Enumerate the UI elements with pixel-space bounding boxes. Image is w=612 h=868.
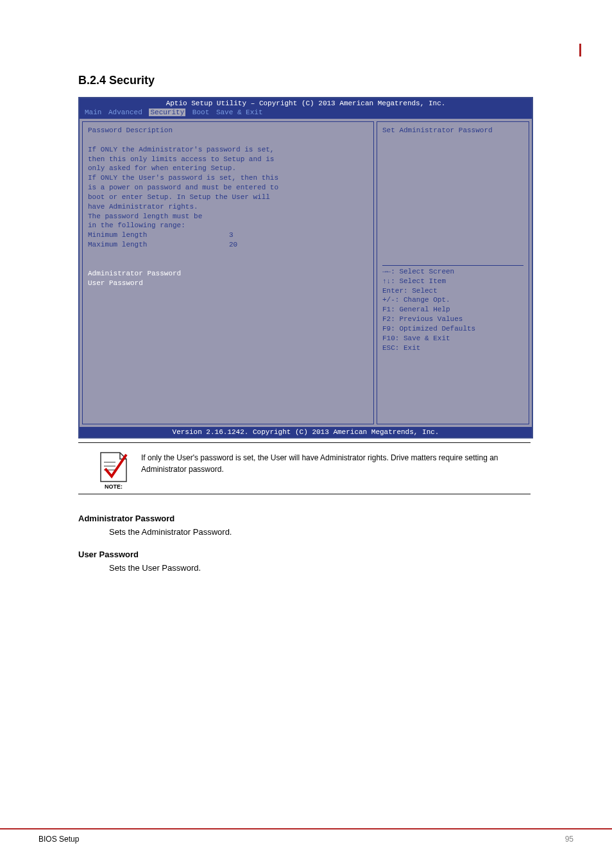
desc-line: If ONLY the Administrator's password is … <box>88 145 368 155</box>
bios-screenshot: Aptio Setup Utility – Copyright (C) 2013… <box>78 97 533 438</box>
key-hint: F2: Previous Values <box>382 315 523 324</box>
key-hint: ↑↓: Select Item <box>382 277 523 286</box>
divider-line <box>78 442 531 443</box>
bios-right-pane: Set Administrator Password →←: Select Sc… <box>377 121 529 424</box>
desc-line: in the following range: <box>88 221 368 230</box>
tab-security[interactable]: Security <box>149 108 185 116</box>
user-password-item[interactable]: User Password <box>88 279 368 288</box>
key-hint: →←: Select Screen <box>382 267 523 277</box>
desc-line: have Administrator rights. <box>88 202 368 212</box>
key-hint: ESC: Exit <box>382 343 523 353</box>
desc-line: If ONLY the User's password is set, then… <box>88 173 368 183</box>
key-hint: Enter: Select <box>382 286 523 296</box>
key-hint: F1: General Help <box>382 305 523 315</box>
max-length-label: Maximum length <box>88 240 229 250</box>
desc-line: then this only limits access to Setup an… <box>88 155 368 164</box>
bios-tab-row: Main Advanced Security Boot Save & Exit <box>80 108 532 119</box>
divider-line <box>78 494 531 494</box>
desc-line: only asked for when entering Setup. <box>88 164 368 173</box>
bios-left-pane: Password Description If ONLY the Adminis… <box>82 121 374 424</box>
item-heading-user: User Password <box>78 550 574 559</box>
key-hint: F10: Save & Exit <box>382 334 523 343</box>
tab-save-exit[interactable]: Save & Exit <box>216 108 263 116</box>
password-description-title: Password Description <box>88 126 368 135</box>
min-length-label: Minimum length <box>88 230 229 240</box>
tab-main[interactable]: Main <box>85 108 101 116</box>
item-desc-admin: Sets the Administrator Password. <box>109 527 574 537</box>
bios-version-footer: Version 2.16.1242. Copyright (C) 2013 Am… <box>80 427 532 437</box>
note-text: If only the User's password is set, the … <box>141 452 531 490</box>
help-divider <box>382 265 523 266</box>
desc-line: is a power on password and must be enter… <box>88 183 368 193</box>
key-hint: F9: Optimized Defaults <box>382 324 523 334</box>
item-desc-user: Sets the User Password. <box>109 563 574 573</box>
bios-title-bar: Aptio Setup Utility – Copyright (C) 2013… <box>80 98 532 108</box>
item-heading-admin: Administrator Password <box>78 514 574 523</box>
desc-line: The password length must be <box>88 212 368 221</box>
administrator-password-item[interactable]: Administrator Password <box>88 269 368 279</box>
tab-advanced[interactable]: Advanced <box>108 108 142 116</box>
header-accent-bar <box>579 44 581 56</box>
max-length-value: 20 <box>229 240 237 250</box>
tab-boot[interactable]: Boot <box>192 108 209 116</box>
checkmark-note-icon <box>98 449 130 485</box>
desc-line: boot or enter Setup. In Setup the User w… <box>88 193 368 202</box>
section-heading: B.2.4 Security <box>78 74 574 87</box>
key-hint: +/-: Change Opt. <box>382 295 523 305</box>
min-length-value: 3 <box>229 230 234 240</box>
help-text: Set Administrator Password <box>382 126 523 135</box>
note-block: NOTE: If only the User's password is set… <box>78 449 531 490</box>
